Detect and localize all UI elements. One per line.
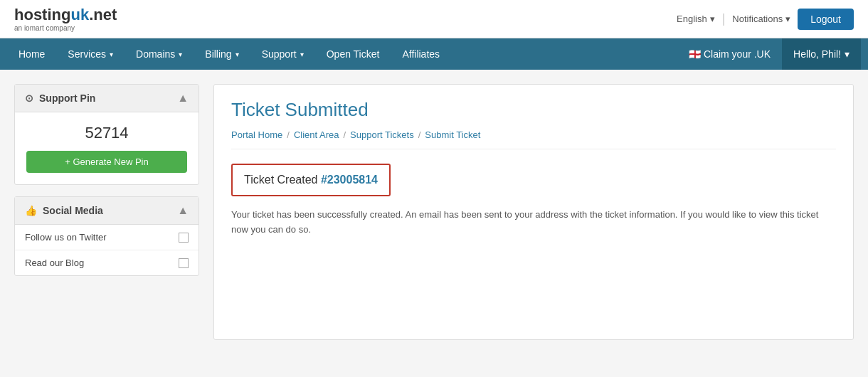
social-media-collapse[interactable]: ▲ <box>177 204 189 217</box>
services-caret: ▾ <box>110 51 113 58</box>
support-pin-body: 52714 + Generate New Pin <box>15 112 199 184</box>
twitter-checkbox[interactable] <box>179 233 189 243</box>
breadcrumb-client-area[interactable]: Client Area <box>294 129 339 140</box>
notifications-button[interactable]: Notifications ▾ <box>732 14 790 24</box>
breadcrumb-sep-3: / <box>418 129 421 140</box>
blog-item[interactable]: Read our Blog <box>15 250 199 275</box>
main: ⊙ Support Pin ▲ 52714 + Generate New Pin… <box>0 70 868 354</box>
hello-label: Hello, Phil! <box>793 48 841 60</box>
blog-label: Read our Blog <box>25 257 84 268</box>
language-caret: ▾ <box>710 14 715 24</box>
support-pin-header-left: ⊙ Support Pin <box>25 92 95 104</box>
pin-value: 52714 <box>26 124 187 142</box>
support-pin-widget: ⊙ Support Pin ▲ 52714 + Generate New Pin <box>14 84 199 185</box>
nav-item-support[interactable]: Support ▾ <box>250 38 315 70</box>
nav-right: 🏴󠁧󠁢󠁥󠁮󠁧󠁿 Claim your .UK Hello, Phil! ▾ <box>677 38 861 70</box>
social-media-header-left: 👍 Social Media <box>25 205 103 216</box>
notifications-caret: ▾ <box>785 14 790 24</box>
nav-item-billing[interactable]: Billing ▾ <box>194 38 250 70</box>
nav-item-open-ticket[interactable]: Open Ticket <box>315 38 391 70</box>
support-caret: ▾ <box>300 51 304 58</box>
social-media-header: 👍 Social Media ▲ <box>15 197 199 225</box>
nav-label-support: Support <box>262 48 297 60</box>
generate-pin-button[interactable]: + Generate New Pin <box>26 151 187 173</box>
content-area: Ticket Submitted Portal Home / Client Ar… <box>213 84 854 340</box>
breadcrumb: Portal Home / Client Area / Support Tick… <box>231 129 836 149</box>
nav-item-hello[interactable]: Hello, Phil! ▾ <box>782 38 861 70</box>
nav-item-affiliates[interactable]: Affiliates <box>391 38 451 70</box>
twitter-label: Follow us on Twitter <box>25 232 107 243</box>
nav-item-domains[interactable]: Domains ▾ <box>125 38 194 70</box>
breadcrumb-portal-home[interactable]: Portal Home <box>231 129 282 140</box>
nav-item-services[interactable]: Services ▾ <box>56 38 125 70</box>
header: hostinguk.net an iomart company English … <box>0 0 868 38</box>
notifications-label: Notifications <box>732 14 783 24</box>
nav-label-services: Services <box>68 48 106 60</box>
logo: hostinguk.net an iomart company <box>14 6 117 32</box>
social-media-icon: 👍 <box>25 205 37 216</box>
language-button[interactable]: English ▾ <box>677 14 715 24</box>
nav-label-affiliates: Affiliates <box>402 48 440 60</box>
nav-item-claim-uk[interactable]: 🏴󠁧󠁢󠁥󠁮󠁧󠁿 Claim your .UK <box>677 38 782 70</box>
nav-item-home[interactable]: Home <box>7 38 56 70</box>
logo-text: hostinguk.net <box>14 6 117 24</box>
ticket-created-text: Ticket Created <box>244 174 321 186</box>
nav-label-open-ticket: Open Ticket <box>327 48 380 60</box>
ticket-message: Your ticket has been successfully create… <box>231 208 829 238</box>
header-right: English ▾ | Notifications ▾ Logout <box>677 9 854 30</box>
nav-label-home: Home <box>18 48 45 60</box>
language-label: English <box>677 14 707 24</box>
breadcrumb-support-tickets[interactable]: Support Tickets <box>350 129 414 140</box>
navbar: Home Services ▾ Domains ▾ Billing ▾ Supp… <box>0 38 868 70</box>
nav-label-billing: Billing <box>205 48 231 60</box>
support-pin-title: Support Pin <box>39 92 95 104</box>
support-pin-icon: ⊙ <box>25 92 33 104</box>
domains-caret: ▾ <box>179 51 182 58</box>
twitter-item[interactable]: Follow us on Twitter <box>15 225 199 250</box>
breadcrumb-sep-2: / <box>343 129 346 140</box>
claim-uk-label: Claim your .UK <box>704 48 771 60</box>
blog-checkbox[interactable] <box>179 258 189 268</box>
ticket-created-box: Ticket Created #23005814 <box>231 164 391 196</box>
breadcrumb-sep-1: / <box>287 129 290 140</box>
social-media-body: Follow us on Twitter Read our Blog <box>15 225 199 275</box>
support-pin-collapse[interactable]: ▲ <box>177 92 189 105</box>
flag-icon: 🏴󠁧󠁢󠁥󠁮󠁧󠁿 <box>689 48 701 60</box>
hello-caret: ▾ <box>845 48 850 60</box>
social-media-widget: 👍 Social Media ▲ Follow us on Twitter Re… <box>14 196 199 276</box>
breadcrumb-submit-ticket[interactable]: Submit Ticket <box>425 129 480 140</box>
support-pin-header: ⊙ Support Pin ▲ <box>15 85 199 112</box>
sidebar: ⊙ Support Pin ▲ 52714 + Generate New Pin… <box>14 84 199 340</box>
page-title: Ticket Submitted <box>231 99 836 121</box>
logout-button[interactable]: Logout <box>798 9 854 30</box>
ticket-number: #23005814 <box>321 174 378 186</box>
nav-label-domains: Domains <box>136 48 175 60</box>
logo-tagline: an iomart company <box>14 24 117 32</box>
divider: | <box>722 11 726 26</box>
billing-caret: ▾ <box>235 51 239 58</box>
ticket-created-label: Ticket Created #23005814 <box>244 174 378 186</box>
social-media-title: Social Media <box>43 205 103 216</box>
